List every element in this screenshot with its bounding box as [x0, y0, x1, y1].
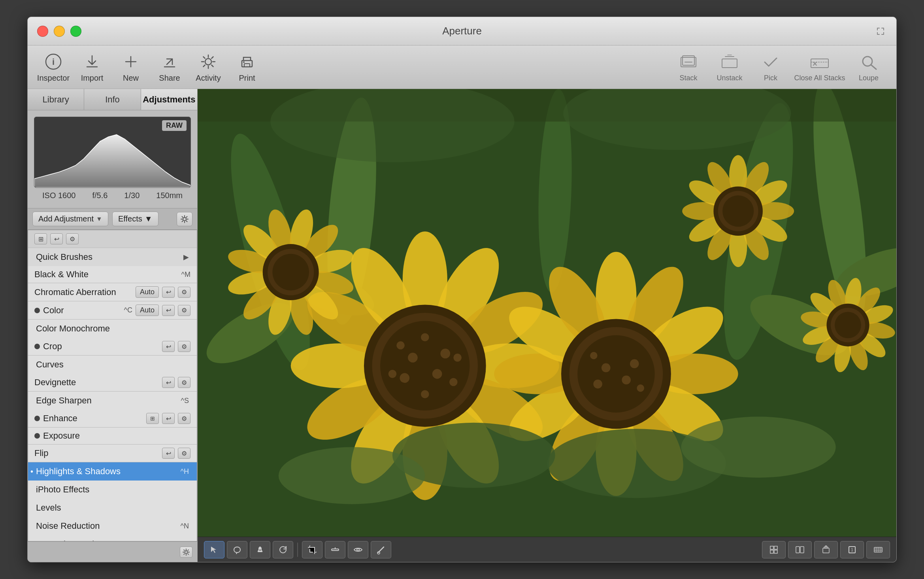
menu-item-exposure[interactable]: Exposure [28, 428, 197, 445]
crop-controls: ↩ ⚙ [162, 341, 190, 352]
menu-item-iphoto-effects[interactable]: iPhoto Effects [28, 481, 197, 499]
import-button[interactable]: Import [74, 49, 110, 85]
crop-dot [34, 344, 40, 349]
filmstrip-icon [873, 545, 883, 554]
tab-info[interactable]: Info [84, 89, 141, 110]
brush-tool-button[interactable] [371, 541, 391, 558]
color-undo[interactable]: ↩ [162, 305, 175, 316]
crop-tool-button[interactable] [302, 541, 322, 558]
menu-item-quick-brushes[interactable]: Quick Brushes ▶ [28, 248, 197, 266]
menu-item-highlights-shadows[interactable]: Highlights & Shadows ^H [28, 462, 197, 481]
menu-item-curves[interactable]: Curves [28, 356, 197, 374]
stack-button[interactable]: Stack [669, 49, 708, 85]
chromatic-gear[interactable]: ⚙ [178, 287, 190, 298]
fullscreen-button[interactable] [874, 25, 887, 38]
close-all-stacks-icon [809, 52, 830, 72]
flip-gear[interactable]: ⚙ [178, 448, 190, 459]
toolbar-left: i Inspector Import [36, 49, 669, 85]
chromatic-controls: Auto ↩ ⚙ [136, 286, 190, 298]
undo-icon-btn[interactable]: ↩ [50, 233, 63, 244]
close-stacks-icon [809, 54, 830, 70]
svg-rect-131 [258, 551, 262, 552]
effects-button[interactable]: Effects ▼ [112, 212, 158, 226]
new-button[interactable]: New [113, 49, 149, 85]
menu-item-noise-reduction[interactable]: Noise Reduction ^N [28, 517, 197, 535]
menu-item-crop[interactable]: Crop ↩ ⚙ [28, 338, 197, 356]
menu-item-chromatic[interactable]: Chromatic Aberration Auto ↩ ⚙ [28, 283, 197, 301]
devignette-gear[interactable]: ⚙ [178, 377, 190, 388]
menu-item-black-white[interactable]: Black & White ^M [28, 266, 197, 283]
inspector-button[interactable]: i Inspector [36, 49, 71, 85]
rotate-tool-button[interactable] [273, 541, 293, 558]
redeye-tool-button[interactable] [348, 541, 368, 558]
maximize-button[interactable] [70, 26, 81, 37]
select-tool-button[interactable] [204, 541, 224, 558]
crop-icon-btn[interactable]: ⊞ [34, 233, 47, 244]
enhance-gear[interactable]: ⚙ [178, 413, 190, 424]
settings-icon-btn[interactable]: ⚙ [66, 233, 79, 244]
share-button[interactable]: Share [152, 49, 187, 85]
straighten-tool-button[interactable] [325, 541, 345, 558]
stamp-tool-button[interactable] [250, 541, 270, 558]
activity-button[interactable]: Activity [190, 49, 226, 85]
sidebar-bottom [28, 541, 197, 562]
svg-text:1: 1 [851, 548, 853, 552]
menu-item-color[interactable]: Color ^C Auto ↩ ⚙ [28, 301, 197, 320]
lasso-tool-button[interactable] [227, 541, 247, 558]
sidebar-gear-button[interactable] [180, 547, 192, 558]
menu-item-raw-fine-tuning[interactable]: RAW Fine Tuning [28, 535, 197, 541]
tab-library[interactable]: Library [28, 89, 84, 110]
flip-undo[interactable]: ↩ [162, 448, 175, 459]
svg-point-135 [357, 549, 359, 551]
crop-gear[interactable]: ⚙ [178, 341, 190, 352]
photo-area: 1 [198, 89, 896, 562]
svg-point-75 [630, 359, 639, 368]
color-gear[interactable]: ⚙ [178, 305, 190, 316]
menu-item-color-mono[interactable]: Color Monochrome [28, 320, 197, 338]
svg-point-74 [602, 363, 611, 373]
enhance-grid[interactable]: ⊞ [146, 413, 159, 424]
view-stack-button[interactable] [814, 541, 838, 558]
svg-rect-140 [770, 550, 773, 553]
crop-undo[interactable]: ↩ [162, 341, 175, 352]
unstack-button[interactable]: Unstack [710, 49, 749, 85]
menu-item-devignette[interactable]: Devignette ↩ ⚙ [28, 374, 197, 392]
activity-icon [198, 51, 219, 72]
adjustments-toolbar: Add Adjustment ▼ Effects ▼ [28, 208, 197, 230]
view-grid-button[interactable] [762, 541, 786, 558]
stack-label: Stack [679, 74, 697, 82]
loupe-button[interactable]: Loupe [849, 49, 888, 85]
print-button[interactable]: Print [229, 49, 265, 85]
devignette-undo[interactable]: ↩ [162, 377, 175, 388]
pick-label: Pick [764, 74, 777, 82]
pick-icon [760, 52, 781, 72]
sunflower-image [198, 89, 896, 537]
pick-button[interactable]: Pick [751, 49, 790, 85]
close-all-stacks-button[interactable]: Close All Stacks [792, 49, 847, 85]
view-compare-button[interactable] [788, 541, 812, 558]
adjustments-gear-button[interactable] [177, 212, 192, 226]
menu-item-edge-sharpen[interactable]: Edge Sharpen ^S [28, 392, 197, 410]
view-filmstrip-button[interactable] [866, 541, 890, 558]
unstack-label: Unstack [717, 74, 742, 82]
fullscreen-icon [876, 27, 885, 36]
minimize-button[interactable] [54, 26, 65, 37]
select-arrow-icon [209, 545, 219, 554]
svg-point-123 [835, 312, 861, 338]
menu-item-levels[interactable]: Levels [28, 499, 197, 517]
tab-adjustments[interactable]: Adjustments [141, 89, 197, 110]
chromatic-auto-button[interactable]: Auto [136, 286, 159, 298]
enhance-undo[interactable]: ↩ [162, 413, 175, 424]
menu-item-flip[interactable]: Flip ↩ ⚙ [28, 445, 197, 462]
share-label: Share [159, 74, 180, 83]
color-auto-button[interactable]: Auto [136, 305, 159, 316]
close-button[interactable] [37, 26, 48, 37]
menu-item-enhance[interactable]: Enhance ⊞ ↩ ⚙ [28, 410, 197, 428]
svg-line-9 [211, 57, 213, 59]
svg-rect-142 [796, 547, 800, 553]
chromatic-undo[interactable]: ↩ [162, 287, 175, 298]
add-adjustment-button[interactable]: Add Adjustment ▼ [32, 212, 108, 226]
window-controls [37, 26, 81, 37]
photo-toolbar: 1 [198, 537, 896, 562]
view-single-button[interactable]: 1 [840, 541, 864, 558]
